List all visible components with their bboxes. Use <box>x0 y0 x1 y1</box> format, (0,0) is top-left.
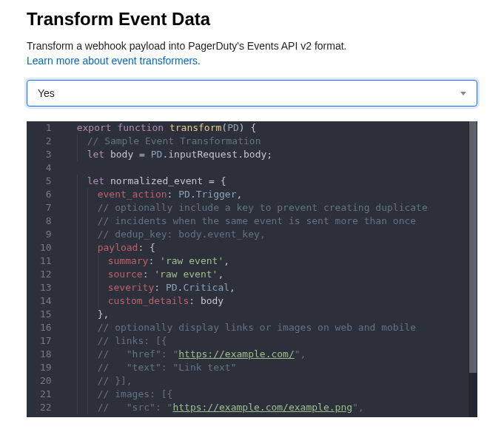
code-line[interactable]: source: 'raw event', <box>62 268 477 281</box>
line-number: 7 <box>40 201 52 215</box>
code-line[interactable]: // links: [{ <box>62 334 477 348</box>
code-line[interactable]: // "href": "https://example.com/", <box>62 348 477 361</box>
line-number: 6 <box>40 188 52 201</box>
line-number: 21 <box>40 388 52 401</box>
editor-scrollbar[interactable] <box>468 121 477 417</box>
code-line[interactable]: custom_details: body <box>62 294 477 308</box>
code-line[interactable]: // incidents when the same event is sent… <box>62 215 477 228</box>
page-description: Transform a webhook payload into PagerDu… <box>27 40 477 52</box>
code-line[interactable]: // dedup_key: body.event_key, <box>62 228 477 241</box>
line-number: 18 <box>40 348 52 361</box>
code-line[interactable]: // optionally display links or images on… <box>62 321 477 334</box>
code-line[interactable]: // optionally include a key to prevent c… <box>62 201 477 215</box>
line-number: 4 <box>40 161 52 175</box>
line-number: 3 <box>40 148 52 161</box>
line-number: 10 <box>40 241 52 254</box>
line-number: 20 <box>40 374 52 388</box>
code-line[interactable]: // Sample Event Transformation <box>62 135 477 148</box>
code-line[interactable]: // }], <box>62 374 477 388</box>
transform-toggle-select[interactable]: Yes <box>27 80 477 107</box>
code-content[interactable]: export function transform(PD) {// Sample… <box>59 121 477 417</box>
code-line[interactable]: // "src": "https://example.com/example.p… <box>62 401 477 414</box>
select-value: Yes <box>38 87 55 99</box>
code-line[interactable]: // "text": "Link text" <box>62 361 477 374</box>
code-editor[interactable]: 12345678910111213141516171819202122 expo… <box>27 121 477 417</box>
code-line[interactable] <box>62 161 477 175</box>
code-line[interactable]: payload: { <box>62 241 477 254</box>
learn-more-link[interactable]: Learn more about event transformers. <box>27 55 201 67</box>
chevron-down-icon <box>460 92 466 95</box>
line-number: 15 <box>40 308 52 321</box>
code-line[interactable]: let normalized_event = { <box>62 175 477 188</box>
page-title: Transform Event Data <box>27 9 477 30</box>
line-number: 12 <box>40 268 52 281</box>
line-number: 5 <box>40 175 52 188</box>
line-number: 9 <box>40 228 52 241</box>
line-number: 11 <box>40 254 52 268</box>
line-number: 13 <box>40 281 52 294</box>
line-number: 8 <box>40 215 52 228</box>
line-number: 19 <box>40 361 52 374</box>
line-number: 17 <box>40 334 52 348</box>
code-line[interactable]: // images: [{ <box>62 388 477 401</box>
line-number: 22 <box>40 401 52 414</box>
line-number: 16 <box>40 321 52 334</box>
code-line[interactable]: export function transform(PD) { <box>62 121 477 135</box>
line-number: 2 <box>40 135 52 148</box>
code-line[interactable]: event_action: PD.Trigger, <box>62 188 477 201</box>
scrollbar-thumb[interactable] <box>469 121 477 373</box>
line-number: 14 <box>40 294 52 308</box>
code-line[interactable]: summary: 'raw event', <box>62 254 477 268</box>
code-line[interactable]: }, <box>62 308 477 321</box>
code-line[interactable]: let body = PD.inputRequest.body; <box>62 148 477 161</box>
line-number: 1 <box>40 121 52 135</box>
code-line[interactable]: severity: PD.Critical, <box>62 281 477 294</box>
line-number-gutter: 12345678910111213141516171819202122 <box>27 121 59 417</box>
